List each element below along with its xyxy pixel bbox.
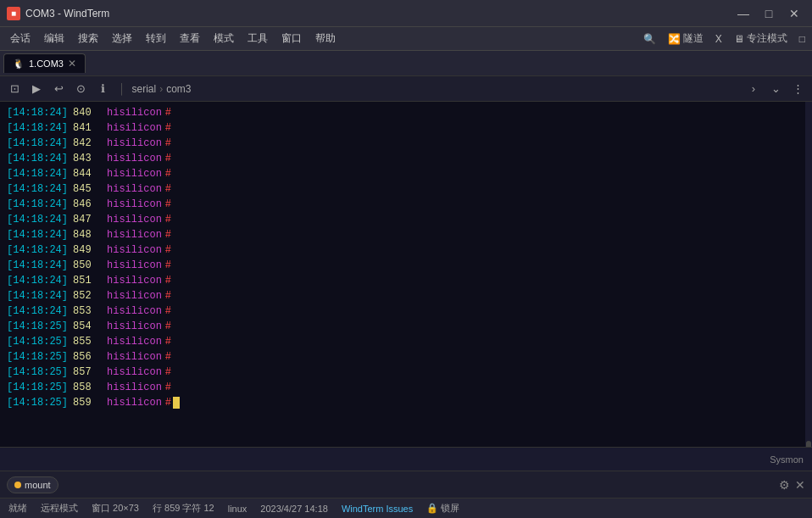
menu-tools[interactable]: 工具 xyxy=(241,29,275,48)
next-button[interactable]: › xyxy=(744,80,763,98)
term-line-number: 854 xyxy=(73,319,103,334)
panel-toggle-button[interactable]: □ xyxy=(796,31,809,47)
term-prompt: # xyxy=(165,212,171,227)
table-row: [14:18:24]848 hisilicon # xyxy=(7,227,798,242)
term-line-number: 846 xyxy=(73,197,103,212)
term-hostname: hisilicon xyxy=(107,197,162,212)
tab-bar: 🐧 1.COM3 ✕ xyxy=(0,51,812,76)
run-button[interactable]: ▶ xyxy=(27,80,46,98)
term-timestamp: [14:18:24] xyxy=(7,258,68,273)
term-line-number: 856 xyxy=(73,349,103,365)
term-hostname: hisilicon xyxy=(107,120,162,136)
refresh-button[interactable]: ↩ xyxy=(49,80,68,98)
term-timestamp: [14:18:24] xyxy=(7,197,68,212)
term-line-number: 855 xyxy=(73,334,103,349)
info-button[interactable]: ℹ xyxy=(93,80,112,98)
focus-label: 专注模式 xyxy=(747,31,787,46)
status-os: linux xyxy=(228,504,247,514)
close-button[interactable]: ✕ xyxy=(783,4,805,23)
terminal[interactable]: [14:18:24]840 hisilicon #[14:18:24]841 h… xyxy=(0,102,805,447)
windterm-issues-link[interactable]: WindTerm Issues xyxy=(342,504,413,514)
term-prompt: # xyxy=(165,105,171,120)
table-row: [14:18:24]840 hisilicon # xyxy=(7,105,798,120)
term-prompt: # xyxy=(165,197,171,212)
task-mount-button[interactable]: mount xyxy=(7,476,58,493)
table-row: [14:18:25]855 hisilicon # xyxy=(7,334,798,349)
menu-view[interactable]: 查看 xyxy=(173,29,207,48)
term-line-number: 843 xyxy=(73,151,103,166)
term-timestamp: [14:18:25] xyxy=(7,365,68,380)
title-bar: ■ COM3 - WindTerm — □ ✕ xyxy=(0,0,812,27)
minimize-button[interactable]: — xyxy=(732,4,754,23)
term-timestamp: [14:18:24] xyxy=(7,273,68,288)
status-bar: 就绪 远程模式 窗口 20×73 行 859 字符 12 linux 2023/… xyxy=(0,498,812,518)
tab-com3[interactable]: 🐧 1.COM3 ✕ xyxy=(3,53,86,73)
settings-button[interactable]: ⊙ xyxy=(71,80,90,98)
term-prompt: # xyxy=(165,136,171,151)
menu-session[interactable]: 会话 xyxy=(3,29,37,48)
table-row: [14:18:25]857 hisilicon # xyxy=(7,365,798,380)
term-timestamp: [14:18:24] xyxy=(7,242,68,258)
term-prompt: # xyxy=(165,319,171,334)
menu-search[interactable]: 搜索 xyxy=(71,29,105,48)
menu-mode[interactable]: 模式 xyxy=(207,29,241,48)
scrollbar-thumb[interactable] xyxy=(806,441,811,447)
breadcrumb: serial › com3 xyxy=(132,83,742,95)
search-button[interactable]: 🔍 xyxy=(640,31,659,47)
table-row: [14:18:24]846 hisilicon # xyxy=(7,197,798,212)
term-hostname: hisilicon xyxy=(107,395,162,410)
lock-screen-button[interactable]: 🔒 锁屏 xyxy=(426,502,459,515)
new-session-button[interactable]: ⊡ xyxy=(5,80,24,98)
term-prompt: # xyxy=(165,395,171,410)
breadcrumb-com3[interactable]: com3 xyxy=(166,83,191,95)
term-line-number: 841 xyxy=(73,120,103,136)
sysmon-panel: Sysmon xyxy=(0,447,812,471)
window-controls: — □ ✕ xyxy=(732,4,805,23)
term-timestamp: [14:18:24] xyxy=(7,136,68,151)
menu-help[interactable]: 帮助 xyxy=(309,29,342,48)
term-line-number: 844 xyxy=(73,166,103,181)
taskbar-close-button[interactable]: ✕ xyxy=(795,478,805,492)
scrollbar[interactable] xyxy=(805,102,812,447)
term-line-number: 840 xyxy=(73,105,103,120)
term-prompt: # xyxy=(165,288,171,304)
term-prompt: # xyxy=(165,380,171,395)
menu-goto[interactable]: 转到 xyxy=(139,29,173,48)
task-mount-label: mount xyxy=(25,480,51,490)
tab-close-button[interactable]: ✕ xyxy=(68,58,76,70)
expand-button[interactable]: ⌄ xyxy=(766,80,785,98)
term-line-number: 858 xyxy=(73,380,103,395)
term-hostname: hisilicon xyxy=(107,181,162,197)
term-timestamp: [14:18:25] xyxy=(7,349,68,365)
table-row: [14:18:25]859 hisilicon # xyxy=(7,395,798,410)
table-row: [14:18:24]851 hisilicon # xyxy=(7,273,798,288)
maximize-button[interactable]: □ xyxy=(758,4,780,23)
term-hostname: hisilicon xyxy=(107,319,162,334)
menu-select[interactable]: 选择 xyxy=(105,29,139,48)
status-row: 行 859 字符 12 xyxy=(153,502,214,515)
term-timestamp: [14:18:24] xyxy=(7,304,68,319)
term-hostname: hisilicon xyxy=(107,258,162,273)
table-row: [14:18:24]847 hisilicon # xyxy=(7,212,798,227)
status-datetime: 2023/4/27 14:18 xyxy=(260,504,328,514)
term-prompt: # xyxy=(165,304,171,319)
close-session-button[interactable]: X xyxy=(712,31,726,47)
breadcrumb-serial[interactable]: serial xyxy=(132,83,157,95)
term-timestamp: [14:18:25] xyxy=(7,319,68,334)
status-ready: 就绪 xyxy=(8,502,27,515)
taskbar-gear-button[interactable]: ⚙ xyxy=(779,478,790,492)
table-row: [14:18:25]858 hisilicon # xyxy=(7,380,798,395)
term-timestamp: [14:18:24] xyxy=(7,288,68,304)
menu-window[interactable]: 窗口 xyxy=(275,29,309,48)
term-line-number: 859 xyxy=(73,395,103,410)
table-row: [14:18:24]845 hisilicon # xyxy=(7,181,798,197)
term-line-number: 852 xyxy=(73,288,103,304)
term-hostname: hisilicon xyxy=(107,288,162,304)
tunnel-button[interactable]: 🔀 隧道 xyxy=(665,30,707,47)
term-timestamp: [14:18:25] xyxy=(7,380,68,395)
term-hostname: hisilicon xyxy=(107,136,162,151)
more-button[interactable]: ⋮ xyxy=(788,80,807,98)
focus-mode-button[interactable]: 🖥 专注模式 xyxy=(731,30,791,47)
tunnel-label: 隧道 xyxy=(683,31,704,46)
menu-edit[interactable]: 编辑 xyxy=(37,29,71,48)
